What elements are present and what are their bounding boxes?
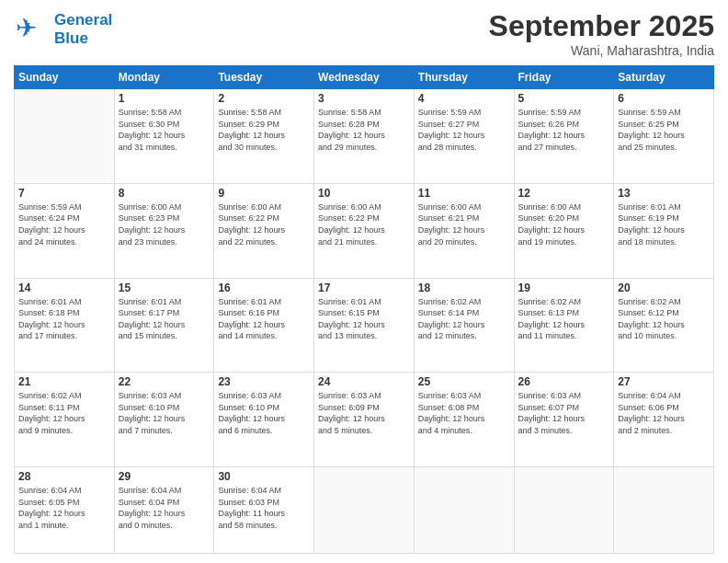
day-number: 18 — [418, 282, 510, 294]
day-number: 25 — [418, 375, 510, 388]
calendar-cell: 15Sunrise: 6:01 AM Sunset: 6:17 PM Dayli… — [114, 278, 214, 373]
day-number: 4 — [418, 92, 510, 105]
weekday-header: Sunday — [15, 66, 115, 89]
day-number: 28 — [18, 470, 110, 483]
day-number: 7 — [18, 187, 110, 200]
cell-info: Sunrise: 6:00 AM Sunset: 6:20 PM Dayligh… — [518, 201, 610, 247]
calendar-cell: 4Sunrise: 5:59 AM Sunset: 6:27 PM Daylig… — [414, 89, 514, 184]
cell-info: Sunrise: 6:04 AM Sunset: 6:05 PM Dayligh… — [18, 485, 110, 531]
day-number: 5 — [518, 92, 610, 105]
cell-info: Sunrise: 6:00 AM Sunset: 6:21 PM Dayligh… — [418, 201, 510, 247]
calendar-cell — [15, 89, 115, 184]
cell-info: Sunrise: 6:04 AM Sunset: 6:04 PM Dayligh… — [119, 485, 210, 531]
day-number: 12 — [518, 187, 610, 200]
cell-info: Sunrise: 6:03 AM Sunset: 6:09 PM Dayligh… — [318, 390, 410, 436]
cell-info: Sunrise: 6:03 AM Sunset: 6:08 PM Dayligh… — [418, 390, 510, 436]
cell-info: Sunrise: 6:01 AM Sunset: 6:15 PM Dayligh… — [318, 296, 410, 342]
calendar-cell: 5Sunrise: 5:59 AM Sunset: 6:26 PM Daylig… — [514, 89, 614, 184]
calendar-cell: 1Sunrise: 5:58 AM Sunset: 6:30 PM Daylig… — [114, 89, 214, 184]
calendar-cell: 29Sunrise: 6:04 AM Sunset: 6:04 PM Dayli… — [114, 467, 214, 554]
calendar-cell: 28Sunrise: 6:04 AM Sunset: 6:05 PM Dayli… — [15, 467, 115, 554]
day-number: 10 — [318, 187, 410, 200]
calendar-cell: 25Sunrise: 6:03 AM Sunset: 6:08 PM Dayli… — [414, 373, 514, 467]
cell-info: Sunrise: 6:04 AM Sunset: 6:03 PM Dayligh… — [218, 485, 310, 531]
day-number: 1 — [119, 92, 210, 105]
day-number: 2 — [218, 92, 310, 105]
calendar-cell: 23Sunrise: 6:03 AM Sunset: 6:10 PM Dayli… — [214, 373, 314, 467]
calendar-cell: 12Sunrise: 6:00 AM Sunset: 6:20 PM Dayli… — [514, 183, 614, 278]
day-number: 16 — [218, 282, 310, 294]
day-number: 17 — [318, 282, 410, 294]
day-number: 15 — [119, 282, 210, 294]
calendar-week-row: 28Sunrise: 6:04 AM Sunset: 6:05 PM Dayli… — [15, 467, 714, 554]
calendar-cell — [314, 467, 415, 554]
title-area: September 2025 Wani, Maharashtra, India — [489, 9, 714, 58]
day-number: 29 — [119, 470, 210, 483]
cell-info: Sunrise: 5:59 AM Sunset: 6:26 PM Dayligh… — [518, 107, 610, 153]
weekday-header: Saturday — [614, 66, 714, 89]
calendar-cell: 24Sunrise: 6:03 AM Sunset: 6:09 PM Dayli… — [314, 373, 415, 467]
month-title: September 2025 — [489, 9, 714, 43]
cell-info: Sunrise: 5:58 AM Sunset: 6:28 PM Dayligh… — [318, 107, 410, 153]
cell-info: Sunrise: 5:59 AM Sunset: 6:24 PM Dayligh… — [18, 201, 110, 247]
day-number: 3 — [318, 92, 410, 105]
cell-info: Sunrise: 6:02 AM Sunset: 6:14 PM Dayligh… — [418, 296, 510, 342]
svg-text:✈: ✈ — [16, 14, 37, 42]
cell-info: Sunrise: 6:03 AM Sunset: 6:10 PM Dayligh… — [218, 390, 310, 436]
cell-info: Sunrise: 6:01 AM Sunset: 6:17 PM Dayligh… — [119, 296, 210, 342]
calendar-cell: 11Sunrise: 6:00 AM Sunset: 6:21 PM Dayli… — [414, 183, 514, 278]
day-number: 30 — [218, 470, 310, 483]
cell-info: Sunrise: 6:02 AM Sunset: 6:11 PM Dayligh… — [18, 390, 110, 436]
calendar-cell: 22Sunrise: 6:03 AM Sunset: 6:10 PM Dayli… — [114, 373, 214, 467]
weekday-header: Friday — [514, 66, 614, 89]
calendar-cell: 14Sunrise: 6:01 AM Sunset: 6:18 PM Dayli… — [15, 278, 115, 373]
cell-info: Sunrise: 5:59 AM Sunset: 6:25 PM Dayligh… — [618, 107, 710, 153]
cell-info: Sunrise: 6:00 AM Sunset: 6:22 PM Dayligh… — [318, 201, 410, 247]
cell-info: Sunrise: 5:59 AM Sunset: 6:27 PM Dayligh… — [418, 107, 510, 153]
calendar-cell: 13Sunrise: 6:01 AM Sunset: 6:19 PM Dayli… — [614, 183, 714, 278]
cell-info: Sunrise: 6:03 AM Sunset: 6:07 PM Dayligh… — [518, 390, 610, 436]
day-number: 20 — [618, 282, 710, 294]
calendar-cell: 21Sunrise: 6:02 AM Sunset: 6:11 PM Dayli… — [15, 373, 115, 467]
logo: ✈ General Blue — [14, 9, 112, 50]
day-number: 19 — [518, 282, 610, 294]
cell-info: Sunrise: 6:01 AM Sunset: 6:19 PM Dayligh… — [618, 201, 710, 247]
calendar-cell: 9Sunrise: 6:00 AM Sunset: 6:22 PM Daylig… — [214, 183, 314, 278]
calendar-cell: 19Sunrise: 6:02 AM Sunset: 6:13 PM Dayli… — [514, 278, 614, 373]
calendar-cell: 10Sunrise: 6:00 AM Sunset: 6:22 PM Dayli… — [314, 183, 415, 278]
calendar-cell — [414, 467, 514, 554]
day-number: 8 — [119, 187, 210, 200]
calendar-week-row: 1Sunrise: 5:58 AM Sunset: 6:30 PM Daylig… — [15, 89, 714, 184]
calendar-cell — [514, 467, 614, 554]
calendar-cell: 8Sunrise: 6:00 AM Sunset: 6:23 PM Daylig… — [114, 183, 214, 278]
day-number: 27 — [618, 375, 710, 388]
calendar-cell: 18Sunrise: 6:02 AM Sunset: 6:14 PM Dayli… — [414, 278, 514, 373]
calendar-cell: 7Sunrise: 5:59 AM Sunset: 6:24 PM Daylig… — [15, 183, 115, 278]
logo-text: General Blue — [54, 11, 112, 49]
location: Wani, Maharashtra, India — [489, 43, 714, 58]
calendar-cell: 30Sunrise: 6:04 AM Sunset: 6:03 PM Dayli… — [214, 467, 314, 554]
day-number: 24 — [318, 375, 410, 388]
weekday-header: Tuesday — [214, 66, 314, 89]
cell-info: Sunrise: 6:04 AM Sunset: 6:06 PM Dayligh… — [618, 390, 710, 436]
cell-info: Sunrise: 5:58 AM Sunset: 6:30 PM Dayligh… — [119, 107, 210, 153]
day-number: 22 — [119, 375, 210, 388]
calendar-cell: 2Sunrise: 5:58 AM Sunset: 6:29 PM Daylig… — [214, 89, 314, 184]
day-number: 11 — [418, 187, 510, 200]
weekday-header: Monday — [114, 66, 214, 89]
calendar-cell: 6Sunrise: 5:59 AM Sunset: 6:25 PM Daylig… — [614, 89, 714, 184]
calendar-cell: 16Sunrise: 6:01 AM Sunset: 6:16 PM Dayli… — [214, 278, 314, 373]
weekday-header-row: SundayMondayTuesdayWednesdayThursdayFrid… — [15, 66, 714, 89]
page: ✈ General Blue September 2025 Wani, Maha… — [0, 0, 728, 563]
weekday-header: Thursday — [414, 66, 514, 89]
cell-info: Sunrise: 6:00 AM Sunset: 6:23 PM Dayligh… — [119, 201, 210, 247]
calendar-week-row: 7Sunrise: 5:59 AM Sunset: 6:24 PM Daylig… — [15, 183, 714, 278]
weekday-header: Wednesday — [314, 66, 415, 89]
calendar-cell: 17Sunrise: 6:01 AM Sunset: 6:15 PM Dayli… — [314, 278, 415, 373]
cell-info: Sunrise: 6:01 AM Sunset: 6:16 PM Dayligh… — [218, 296, 310, 342]
cell-info: Sunrise: 6:02 AM Sunset: 6:12 PM Dayligh… — [618, 296, 710, 342]
calendar-cell: 20Sunrise: 6:02 AM Sunset: 6:12 PM Dayli… — [614, 278, 714, 373]
calendar-table: SundayMondayTuesdayWednesdayThursdayFrid… — [14, 65, 714, 554]
calendar-cell: 27Sunrise: 6:04 AM Sunset: 6:06 PM Dayli… — [614, 373, 714, 467]
calendar-cell: 26Sunrise: 6:03 AM Sunset: 6:07 PM Dayli… — [514, 373, 614, 467]
